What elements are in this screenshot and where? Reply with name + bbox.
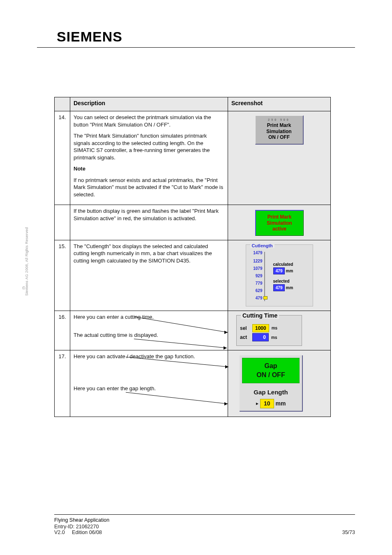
cutting-time-panel: Cutting Time sel 1000 ms act 0 ms (236, 315, 302, 346)
selected-value: 479 (273, 284, 285, 292)
print-mark-simulation-button[interactable]: 250 500 Print Mark Simulation ON / OFF (255, 115, 304, 145)
step-15-description: The "Cutlength" box displays the selecte… (70, 240, 228, 311)
selected-label: selected (273, 279, 310, 284)
step-15-screenshot: Cutlength 1479 1229 1079 929 779 629 (228, 240, 331, 311)
header-divider (37, 47, 355, 48)
step-number-17: 17. (55, 350, 70, 417)
step-14b-screenshot: Print Mark Simulation active (228, 205, 331, 240)
calc-unit: mm (286, 268, 293, 274)
cutlength-panel: Cutlength 1479 1229 1079 929 779 629 (246, 244, 313, 307)
siemens-logo: SIEMENS (57, 29, 355, 45)
cutlength-marker (263, 296, 267, 299)
gap-length-label: Gap Length (242, 388, 300, 396)
svg-marker-3 (224, 346, 227, 350)
footer-version: V2.0 (54, 530, 65, 535)
svg-marker-1 (224, 331, 228, 334)
step-14b-description: If the button display is green and flash… (70, 205, 228, 240)
footer-entry-id: Entry-ID: 21062270 (54, 524, 99, 530)
gap-panel: Gap ON / OFF Gap Length ▸ 10 mm (240, 355, 303, 411)
step-14-screenshot: 250 500 Print Mark Simulation ON / OFF (228, 111, 331, 205)
step-number-14: 14. (55, 111, 70, 205)
step-number-16: 16. (55, 311, 70, 350)
svg-marker-7 (224, 402, 228, 405)
step-16-description: Here you can enter a cutting time. The a… (70, 311, 228, 350)
axis-ticks: 250 500 (257, 118, 301, 122)
step-17-screenshot: Gap ON / OFF Gap Length ▸ 10 mm (228, 350, 331, 417)
act-label: act (240, 334, 250, 341)
footer-edition: Edition 06/08 (72, 530, 102, 535)
col-header-screenshot: Screenshot (228, 97, 331, 111)
col-header-no (55, 97, 70, 111)
act-unit-ms: ms (271, 335, 277, 341)
footer-title: Flying Shear Application (54, 517, 355, 523)
gap-onoff-button[interactable]: Gap ON / OFF (242, 358, 300, 383)
cutting-time-title: Cutting Time (241, 312, 279, 319)
cutting-time-act-value: 0 (252, 333, 269, 341)
step-number-15: 15. (55, 240, 70, 311)
instructions-table: Description Screenshot 14. You can selec… (54, 97, 331, 417)
footer-page-number: 35/73 (342, 530, 355, 535)
cutting-time-sel-input[interactable]: 1000 (252, 324, 269, 332)
step-14-description: You can select or deselect the printmark… (70, 111, 228, 205)
page-footer: Flying Shear Application Entry-ID: 21062… (0, 514, 392, 535)
sel-label: sel (240, 325, 250, 332)
step-16-screenshot: Cutting Time sel 1000 ms act 0 ms (228, 311, 331, 350)
sel-unit: mm (286, 285, 293, 291)
cutlength-title: Cutlength (250, 243, 274, 248)
cutlength-bar-chart: 1479 1229 1079 929 779 629 479 (249, 250, 270, 304)
gap-unit: mm (276, 400, 286, 408)
print-mark-simulation-active-button[interactable]: Print Mark Simulation active (255, 210, 304, 235)
sidebar-copyright: Siemens AG 2008, All Rights Reserved (25, 227, 29, 296)
svg-line-6 (126, 392, 228, 404)
svg-line-2 (134, 339, 227, 348)
sel-unit-ms: ms (272, 325, 277, 331)
gap-length-input[interactable]: 10 (260, 399, 274, 408)
step-number-blank (55, 205, 70, 240)
arrow-right-icon: ▸ (256, 400, 258, 407)
calculated-value: 479 (273, 267, 285, 275)
step-17-description: Here you can activate / deactivate the g… (70, 350, 228, 417)
col-header-description: Description (70, 97, 228, 111)
calculated-label: calculated (273, 262, 310, 267)
